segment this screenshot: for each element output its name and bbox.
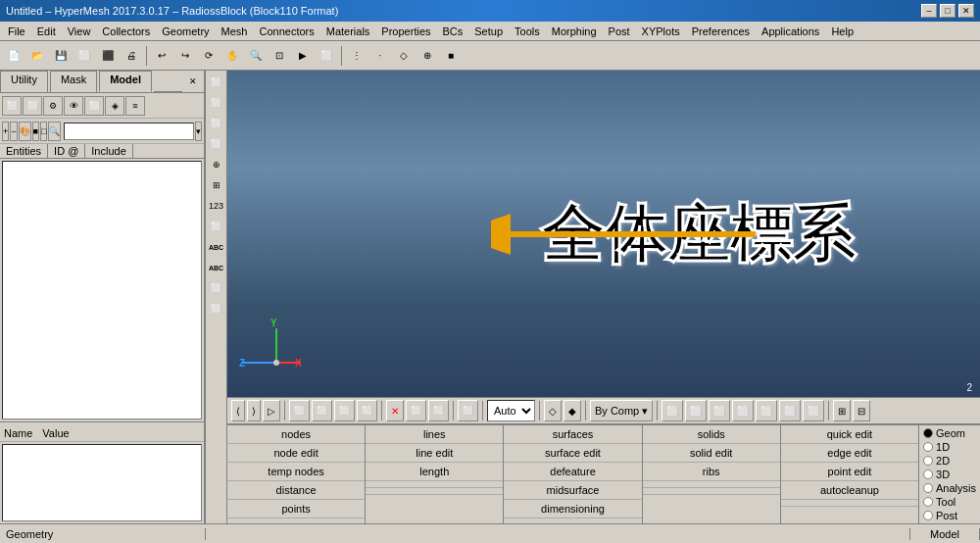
zoom-button[interactable]: 🔍	[245, 45, 267, 67]
bt-icon17[interactable]: ⊞	[833, 400, 851, 421]
btn-edge-edit[interactable]: edge edit	[781, 444, 918, 463]
btn-node-edit[interactable]: node edit	[227, 444, 365, 463]
expand-btn[interactable]: ⬜	[2, 96, 22, 116]
solid-btn[interactable]: ■	[32, 122, 39, 141]
import-button[interactable]: ⬜	[74, 45, 95, 67]
filter-btn[interactable]: ⬜	[84, 96, 104, 116]
menu-properties[interactable]: Properties	[375, 25, 436, 38]
sidebar-icon-6[interactable]: ⊞	[207, 175, 226, 195]
add-btn[interactable]: +	[2, 122, 9, 141]
btn-temp-nodes[interactable]: temp nodes	[227, 463, 365, 481]
bt-prev[interactable]: ⟨	[231, 400, 245, 421]
btn-point-edit[interactable]: point edit	[781, 463, 918, 481]
menu-tools[interactable]: Tools	[509, 25, 546, 38]
sidebar-icon-2[interactable]: ⬜	[207, 93, 226, 113]
menu-xyplots[interactable]: XYPlots	[636, 25, 686, 38]
menu-file[interactable]: File	[2, 25, 31, 38]
menu-edit[interactable]: Edit	[31, 25, 62, 38]
menu-geometry[interactable]: Geometry	[156, 25, 215, 38]
collapse-btn[interactable]: ⬜	[23, 96, 42, 116]
tab-utility[interactable]: Utility	[0, 71, 48, 92]
menu-view[interactable]: View	[62, 25, 97, 38]
sidebar-icon-3[interactable]: ⬜	[207, 114, 226, 133]
component-btn[interactable]: ◈	[105, 96, 124, 116]
radio-tool[interactable]: Tool	[923, 496, 976, 508]
bt-icon18[interactable]: ⊟	[853, 400, 870, 421]
sidebar-icon-10[interactable]: ⬜	[207, 299, 226, 319]
bt-icon9[interactable]: ◆	[564, 400, 581, 421]
sidebar-icon-8[interactable]: ⬜	[207, 217, 226, 236]
btn-dimensioning[interactable]: dimensioning	[504, 500, 641, 518]
close-button[interactable]: ✕	[958, 4, 974, 18]
bt-icon11[interactable]: ⬜	[685, 400, 707, 421]
btn-quick-edit[interactable]: quick edit	[781, 425, 918, 444]
minimize-button[interactable]: –	[921, 4, 937, 18]
wire-btn[interactable]: □	[40, 122, 47, 141]
bt-icon14[interactable]: ⬜	[756, 400, 777, 421]
select-button[interactable]: ▶	[292, 45, 314, 67]
search-input[interactable]	[64, 123, 194, 140]
btn-line-edit[interactable]: line edit	[366, 444, 503, 463]
redo-button[interactable]: ↪	[174, 45, 196, 67]
auto-select[interactable]: Auto	[487, 400, 535, 421]
btn-ribs[interactable]: ribs	[643, 463, 780, 481]
save-button[interactable]: 💾	[50, 45, 72, 67]
btn-surface-edit[interactable]: surface edit	[504, 444, 641, 463]
bt-icon12[interactable]: ⬜	[709, 400, 730, 421]
search-icon[interactable]: 🔍	[48, 122, 61, 141]
color-btn[interactable]: 🎨	[19, 122, 31, 141]
model-tree[interactable]	[2, 161, 202, 420]
node-button[interactable]: ·	[369, 45, 391, 67]
mesh-button[interactable]: ⋮	[346, 45, 368, 67]
name-value-grid[interactable]	[2, 444, 202, 521]
viewport-3d[interactable]: 全体座標系 Z X	[227, 71, 980, 397]
menu-help[interactable]: Help	[825, 25, 859, 38]
radio-3d[interactable]: 3D	[923, 469, 976, 480]
btn-surfaces[interactable]: surfaces	[504, 425, 641, 444]
btn-autocleanup[interactable]: autocleanup	[781, 481, 918, 500]
radio-geom[interactable]: Geom	[923, 427, 976, 439]
bt-icon16[interactable]: ⬜	[803, 400, 824, 421]
undo-button[interactable]: ↩	[151, 45, 172, 67]
btn-midsurface[interactable]: midsurface	[504, 481, 641, 500]
sidebar-icon-5[interactable]: ⊕	[207, 155, 226, 174]
pan-button[interactable]: ✋	[221, 45, 243, 67]
menu-bcs[interactable]: BCs	[437, 25, 469, 38]
bt-delete[interactable]: ✕	[386, 400, 404, 421]
delete-btn[interactable]: −	[10, 122, 17, 141]
bt-icon4[interactable]: ⬜	[357, 400, 377, 421]
fit-button[interactable]: ⊡	[269, 45, 290, 67]
export-button[interactable]: ⬛	[97, 45, 119, 67]
print-button[interactable]: 🖨	[121, 45, 142, 67]
menu-post[interactable]: Post	[603, 25, 636, 38]
radio-post[interactable]: Post	[923, 510, 976, 521]
entities-tab[interactable]: Entities	[0, 144, 48, 158]
bt-icon8[interactable]: ◇	[544, 400, 562, 421]
btn-points[interactable]: points	[227, 500, 365, 518]
sidebar-icon-9[interactable]: ⬜	[207, 278, 226, 298]
bycomp-dropdown[interactable]: By Comp ▾	[590, 400, 653, 421]
bt-icon5[interactable]: ⬜	[406, 400, 426, 421]
radio-2d[interactable]: 2D	[923, 455, 976, 467]
bt-icon3[interactable]: ⬜	[334, 400, 355, 421]
btn-nodes[interactable]: nodes	[227, 425, 365, 444]
id-tab[interactable]: ID @	[48, 144, 85, 158]
open-button[interactable]: 📂	[26, 45, 48, 67]
detail-btn[interactable]: ≡	[125, 96, 145, 116]
include-tab[interactable]: Include	[85, 144, 132, 158]
bt-icon13[interactable]: ⬜	[732, 400, 754, 421]
bt-icon7[interactable]: ⬜	[458, 400, 478, 421]
sidebar-icon-7[interactable]: 123	[207, 196, 226, 216]
btn-defeature[interactable]: defeature	[504, 463, 641, 481]
bt-icon15[interactable]: ⬜	[779, 400, 801, 421]
menu-setup[interactable]: Setup	[468, 25, 509, 38]
menu-mesh[interactable]: Mesh	[216, 25, 254, 38]
sidebar-icon-4[interactable]: ⬜	[207, 134, 226, 154]
bt-icon6[interactable]: ⬜	[428, 400, 449, 421]
feature-button[interactable]: ⊕	[416, 45, 438, 67]
tab-mask[interactable]: Mask	[50, 71, 97, 92]
sidebar-icon-abc1[interactable]: ABC	[207, 237, 226, 257]
radio-analysis[interactable]: Analysis	[923, 482, 976, 494]
menu-applications[interactable]: Applications	[756, 25, 825, 38]
bt-icon2[interactable]: ⬜	[312, 400, 332, 421]
